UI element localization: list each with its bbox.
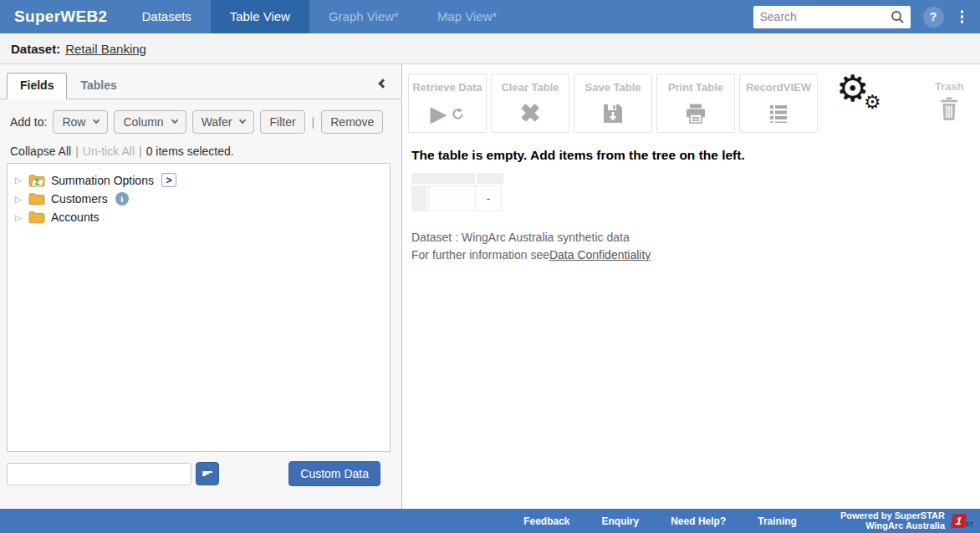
tab-tables[interactable]: Tables bbox=[67, 73, 130, 99]
tree-search-row: Custom Data bbox=[7, 461, 391, 486]
empty-table-placeholder: - bbox=[411, 173, 980, 211]
chevron-down-icon bbox=[239, 117, 246, 124]
folder-icon bbox=[28, 211, 45, 224]
superstar-1st-logo-icon: 1 ST bbox=[952, 513, 973, 530]
summation-folder-icon: Σ bbox=[28, 174, 45, 187]
clear-table-button[interactable]: Clear Table ✖ bbox=[491, 74, 569, 133]
tree-filter-button[interactable] bbox=[196, 462, 219, 485]
list-icon bbox=[740, 98, 817, 129]
expand-triangle-icon[interactable]: ▷ bbox=[15, 175, 23, 185]
dataset-info-block: Dataset : WingArc Australia synthetic da… bbox=[411, 229, 980, 264]
powered-by-text: Powered by SuperSTAR WingArc Australia bbox=[840, 511, 945, 530]
dataset-label: Dataset: bbox=[11, 42, 60, 56]
table-header-cell bbox=[477, 173, 503, 184]
retrieve-data-button[interactable]: Retrieve Data ▶ bbox=[408, 74, 487, 133]
overflow-menu-icon[interactable] bbox=[957, 7, 968, 27]
sigma-glyph: Σ bbox=[35, 177, 40, 186]
search-icon[interactable] bbox=[891, 10, 905, 24]
tree-item-customers[interactable]: ▷ Customers i bbox=[8, 190, 390, 208]
nav-tab-map-view[interactable]: Map View* bbox=[418, 0, 516, 33]
untick-all-link[interactable]: Un-tick All bbox=[83, 145, 135, 158]
add-to-row-dropdown[interactable]: Row bbox=[53, 110, 108, 134]
confidentiality-line: For further information seeData Confiden… bbox=[411, 246, 980, 264]
chevron-down-icon bbox=[93, 117, 100, 124]
items-selected-count: 0 items selected. bbox=[146, 145, 234, 158]
tree-item-accounts[interactable]: ▷ Accounts bbox=[8, 208, 390, 226]
play-refresh-icon: ▶ bbox=[409, 98, 486, 129]
table-toolbar: Retrieve Data ▶ Clear Table ✖ Save Table bbox=[408, 74, 980, 133]
footer-bar: Feedback Enquiry Need Help? Training Pow… bbox=[0, 509, 980, 533]
dataset-link[interactable]: Retail Banking bbox=[65, 42, 146, 56]
info-icon[interactable]: i bbox=[115, 192, 129, 206]
add-to-label: Add to: bbox=[10, 115, 47, 129]
tree-actions-row: Collapse All|Un-tick All|0 items selecte… bbox=[10, 145, 401, 158]
separator: | bbox=[312, 115, 315, 129]
chevron-down-icon bbox=[171, 117, 177, 124]
save-table-button[interactable]: Save Table bbox=[574, 74, 652, 133]
nav-tab-graph-view[interactable]: Graph View* bbox=[309, 0, 418, 33]
trash-icon bbox=[939, 97, 959, 120]
table-cell: - bbox=[476, 185, 502, 211]
footer-link-training[interactable]: Training bbox=[758, 515, 797, 527]
remove-button[interactable]: Remove bbox=[321, 110, 383, 134]
x-icon: ✖ bbox=[492, 98, 569, 129]
app-logo: SuperWEB2 bbox=[0, 0, 122, 33]
table-options-button[interactable]: ⚙ ⚙ bbox=[836, 79, 886, 125]
gear-small-icon: ⚙ bbox=[864, 93, 881, 112]
printer-icon bbox=[657, 98, 734, 129]
filter-button[interactable]: Filter bbox=[260, 110, 304, 134]
footer-link-feedback[interactable]: Feedback bbox=[523, 515, 569, 527]
nav-tab-datasets[interactable]: Datasets bbox=[122, 0, 210, 33]
superweb2-app: SuperWEB2 Datasets Table View Graph View… bbox=[0, 0, 980, 533]
search-input[interactable] bbox=[760, 10, 891, 23]
tree-search-input[interactable] bbox=[7, 463, 191, 485]
table-cell bbox=[428, 185, 476, 211]
print-table-button[interactable]: Print Table bbox=[656, 74, 735, 133]
funnel-icon bbox=[202, 471, 212, 476]
dataset-breadcrumb: Dataset: Retail Banking bbox=[0, 33, 980, 64]
add-to-toolbar: Add to: Row Column Wafer Filter | Remove bbox=[10, 110, 401, 134]
open-summation-options-button[interactable]: > bbox=[161, 173, 176, 187]
chevron-left-icon bbox=[378, 79, 387, 88]
help-icon[interactable]: ? bbox=[923, 7, 944, 28]
content-area: Fields Tables Add to: Row Column Wafer F… bbox=[0, 64, 980, 509]
folder-icon bbox=[28, 192, 45, 206]
tab-fields[interactable]: Fields bbox=[7, 73, 67, 99]
table-row-stub bbox=[411, 185, 426, 211]
empty-table-message: The table is empty. Add items from the t… bbox=[411, 148, 980, 163]
field-tree: ▷ Σ Summation Options > ▷ Customers i bbox=[7, 163, 390, 452]
floppy-save-icon bbox=[574, 98, 651, 129]
nav-right-group: ? bbox=[753, 0, 980, 33]
dataset-info-line: Dataset : WingArc Australia synthetic da… bbox=[411, 229, 980, 246]
panel-tabs: Fields Tables bbox=[0, 64, 401, 99]
table-header-cell bbox=[411, 173, 475, 184]
expand-triangle-icon[interactable]: ▷ bbox=[15, 213, 23, 222]
collapse-panel-button[interactable] bbox=[380, 75, 390, 85]
collapse-all-link[interactable]: Collapse All bbox=[10, 145, 71, 158]
trash-button[interactable]: Trash bbox=[935, 74, 964, 124]
tree-item-summation-options[interactable]: ▷ Σ Summation Options > bbox=[8, 170, 390, 190]
add-to-column-dropdown[interactable]: Column bbox=[114, 110, 186, 134]
footer-link-need-help[interactable]: Need Help? bbox=[671, 515, 726, 527]
nav-tab-table-view[interactable]: Table View bbox=[211, 0, 309, 33]
top-nav: SuperWEB2 Datasets Table View Graph View… bbox=[0, 0, 980, 33]
global-search-box[interactable] bbox=[753, 6, 911, 28]
expand-triangle-icon[interactable]: ▷ bbox=[15, 195, 23, 204]
data-confidentiality-link[interactable]: Data Confidentiality bbox=[549, 248, 651, 261]
custom-data-button[interactable]: Custom Data bbox=[288, 461, 380, 486]
footer-link-enquiry[interactable]: Enquiry bbox=[602, 515, 640, 527]
add-to-wafer-dropdown[interactable]: Wafer bbox=[192, 110, 255, 134]
table-view-panel: Retrieve Data ▶ Clear Table ✖ Save Table bbox=[402, 64, 980, 509]
recordview-button[interactable]: RecordVIEW bbox=[739, 74, 818, 133]
field-selection-panel: Fields Tables Add to: Row Column Wafer F… bbox=[0, 64, 402, 509]
